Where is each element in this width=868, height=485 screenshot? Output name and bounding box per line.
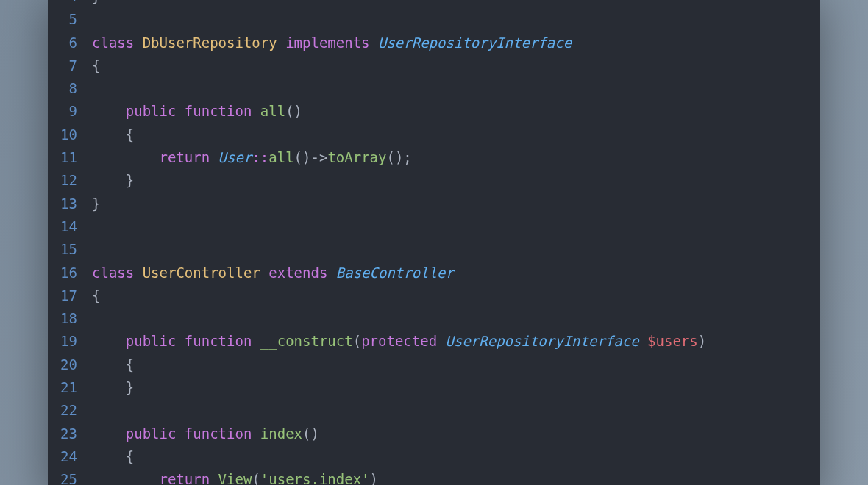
code-line: } xyxy=(92,376,814,399)
line-number: 16 xyxy=(52,262,77,284)
code-line xyxy=(92,215,814,238)
line-number: 19 xyxy=(52,330,77,353)
line-number: 12 xyxy=(52,169,77,192)
line-number: 11 xyxy=(52,146,77,169)
line-number: 8 xyxy=(52,77,77,100)
code-line xyxy=(92,307,814,330)
code-line: { xyxy=(92,54,814,77)
code-line: return User::all()->toArray(); xyxy=(92,146,814,169)
line-number: 25 xyxy=(52,468,77,485)
code-line xyxy=(92,77,814,100)
line-number: 22 xyxy=(52,399,77,422)
code-line: public function index() xyxy=(92,423,814,445)
line-number: 6 xyxy=(52,32,77,54)
code-line: { xyxy=(92,284,814,307)
line-number: 18 xyxy=(52,307,77,330)
code-line: } xyxy=(92,0,814,8)
code-content[interactable]: }class DbUserRepository implements UserR… xyxy=(86,0,820,485)
line-number: 13 xyxy=(52,193,77,215)
code-line: class UserController extends BaseControl… xyxy=(92,262,814,284)
line-number: 5 xyxy=(52,8,77,31)
code-line: { xyxy=(92,123,814,146)
line-number: 7 xyxy=(52,54,77,77)
code-line: public function all() xyxy=(92,100,814,123)
line-number: 20 xyxy=(52,353,77,376)
code-line xyxy=(92,238,814,261)
line-number: 15 xyxy=(52,238,77,261)
code-line xyxy=(92,399,814,422)
line-number: 4 xyxy=(52,0,77,8)
line-number: 23 xyxy=(52,423,77,445)
line-number: 14 xyxy=(52,215,77,238)
code-line: } xyxy=(92,169,814,192)
code-line: public function __construct(protected Us… xyxy=(92,330,814,353)
code-line: class DbUserRepository implements UserRe… xyxy=(92,32,814,54)
code-area: 45678910111213141516171819202122232425 }… xyxy=(48,0,820,485)
line-number: 9 xyxy=(52,100,77,123)
code-line xyxy=(92,8,814,31)
code-editor[interactable]: 45678910111213141516171819202122232425 }… xyxy=(48,0,820,485)
code-line: { xyxy=(92,353,814,376)
code-line: { xyxy=(92,445,814,468)
line-number: 24 xyxy=(52,445,77,468)
code-line: } xyxy=(92,193,814,215)
line-number: 10 xyxy=(52,123,77,146)
line-number: 17 xyxy=(52,284,77,307)
line-number: 21 xyxy=(52,376,77,399)
code-line: return View('users.index') xyxy=(92,468,814,485)
line-number-gutter: 45678910111213141516171819202122232425 xyxy=(48,0,86,485)
